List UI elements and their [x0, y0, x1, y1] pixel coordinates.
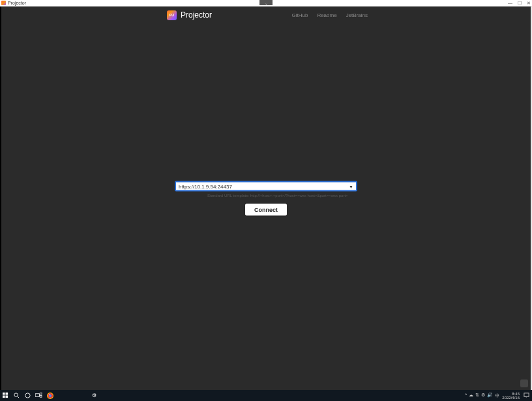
- window-controls: — ☐ ✕: [508, 1, 531, 6]
- title-center-tab[interactable]: ⌄: [259, 0, 273, 5]
- app-icon-3[interactable]: [112, 391, 121, 400]
- tray-network-icon[interactable]: ⇅: [475, 393, 479, 399]
- cortana-icon[interactable]: [23, 391, 32, 400]
- taskbar-right: ^ ☁ ⇅ ⚙ 🔊 中 8:45 2022/4/16: [465, 391, 531, 400]
- svg-line-5: [17, 396, 19, 398]
- title-bar-left: Projector: [1, 1, 26, 5]
- projector-taskbar-icon[interactable]: [134, 391, 143, 400]
- tray-volume-icon[interactable]: 🔊: [487, 393, 493, 399]
- svg-rect-2: [3, 396, 5, 398]
- app-icon: [1, 1, 6, 5]
- svg-rect-10: [524, 393, 529, 396]
- dropdown-arrow-icon[interactable]: ▼: [346, 184, 353, 188]
- nav-links: GitHub Readme JetBrains: [291, 12, 368, 18]
- nav-jetbrains-link[interactable]: JetBrains: [346, 12, 368, 18]
- tray-cloud-icon[interactable]: ☁: [469, 393, 473, 399]
- app-header: PJ Projector GitHub Readme JetBrains: [1, 7, 531, 23]
- app-icon-1[interactable]: [79, 391, 87, 400]
- taskbar-left: ⚙: [1, 391, 143, 400]
- app-icon-4[interactable]: [123, 391, 132, 400]
- start-button[interactable]: [1, 391, 10, 400]
- window-title: Projector: [8, 1, 26, 5]
- svg-rect-1: [6, 393, 8, 395]
- tray-overflow-icon[interactable]: ^: [465, 393, 467, 399]
- search-icon[interactable]: [12, 391, 21, 400]
- chevron-down-icon: ⌄: [265, 1, 268, 5]
- url-input-wrap[interactable]: ▼: [175, 181, 357, 192]
- taskbar-clock[interactable]: 8:45 2022/4/16: [502, 392, 520, 400]
- taskbar: ⚙ ^ ☁ ⇅ ⚙ 🔊 中 8:45 2022/4/16: [0, 390, 532, 401]
- url-input[interactable]: [179, 183, 346, 189]
- tray-settings-icon[interactable]: ⚙: [481, 393, 485, 399]
- minimize-button[interactable]: —: [508, 1, 512, 6]
- file-explorer-icon[interactable]: [57, 391, 65, 400]
- svg-rect-8: [40, 393, 42, 394]
- vscode-icon[interactable]: [68, 391, 76, 400]
- chrome-icon[interactable]: [46, 391, 54, 400]
- logo: PJ Projector: [167, 10, 212, 20]
- svg-rect-0: [3, 393, 5, 395]
- window-title-bar: Projector ⌄ — ☐ ✕: [0, 0, 532, 7]
- system-tray: ^ ☁ ⇅ ⚙ 🔊 中: [465, 393, 499, 399]
- maximize-button[interactable]: ☐: [518, 1, 522, 6]
- nav-readme-link[interactable]: Readme: [317, 12, 336, 18]
- nav-github-link[interactable]: GitHub: [291, 12, 308, 18]
- app-icon-2[interactable]: [101, 391, 110, 400]
- svg-rect-7: [35, 394, 39, 397]
- logo-badge-icon: PJ: [167, 10, 177, 20]
- svg-rect-9: [40, 396, 42, 398]
- svg-rect-3: [6, 396, 8, 398]
- clock-date: 2022/4/16: [502, 396, 520, 400]
- app-body: PJ Projector GitHub Readme JetBrains ▼ S…: [1, 7, 531, 390]
- close-button[interactable]: ✕: [527, 1, 531, 6]
- task-view-icon[interactable]: [35, 391, 43, 400]
- notifications-icon[interactable]: [522, 391, 531, 400]
- svg-point-6: [25, 393, 30, 398]
- url-hint-text: Standard URL template: http://<host>:<po…: [175, 194, 348, 198]
- corner-badge-icon: [520, 379, 528, 387]
- tray-ime-icon[interactable]: 中: [495, 393, 499, 399]
- logo-text: Projector: [181, 10, 212, 20]
- settings-icon[interactable]: ⚙: [90, 391, 98, 400]
- connect-button[interactable]: Connect: [245, 204, 287, 216]
- connect-panel: ▼ Standard URL template: http://<host>:<…: [175, 181, 357, 216]
